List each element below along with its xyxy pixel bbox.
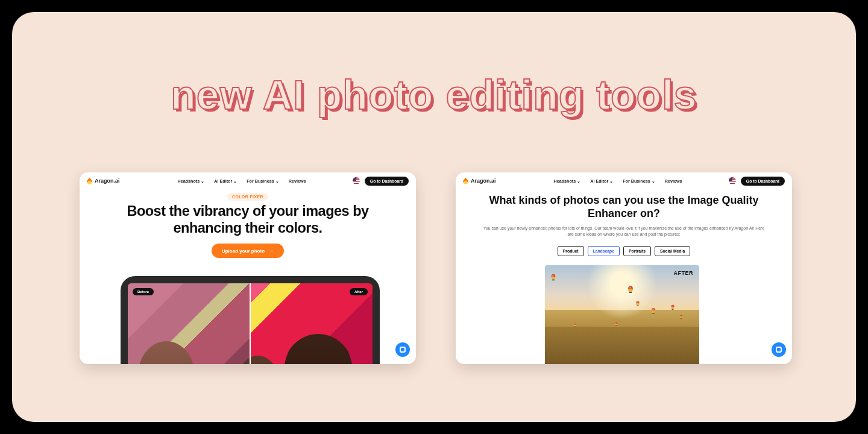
before-label: Before <box>133 288 154 295</box>
before-after-photo[interactable]: Before After ‹› <box>128 283 373 364</box>
nav-ai-editor[interactable]: AI Editor ⌄ <box>590 178 613 184</box>
chip-landscape[interactable]: Landscape <box>588 246 620 256</box>
site-nav: Aragon.ai Headshots ⌄ AI Editor ⌄ For Bu… <box>456 172 792 189</box>
locale-flag-icon[interactable] <box>729 177 736 184</box>
person-silhouette <box>137 341 195 364</box>
chat-support-button[interactable] <box>772 342 786 357</box>
section-title: What kinds of photos can you use the Ima… <box>456 189 792 221</box>
nav-ai-editor[interactable]: AI Editor ⌄ <box>214 178 237 184</box>
chevron-down-icon: ⌄ <box>201 178 204 184</box>
flame-icon <box>87 178 92 184</box>
balloon-icon <box>652 308 655 313</box>
chip-social-media[interactable]: Social Media <box>655 246 690 256</box>
nav-reviews[interactable]: Reviews <box>665 178 682 184</box>
chat-icon <box>776 347 782 353</box>
card-image-enhancer: Aragon.ai Headshots ⌄ AI Editor ⌄ For Bu… <box>456 172 792 364</box>
person-silhouette <box>282 334 354 364</box>
balloon-icon <box>615 322 617 326</box>
chip-portraits[interactable]: Portraits <box>623 246 651 256</box>
nav-headshots[interactable]: Headshots ⌄ <box>554 178 581 184</box>
flame-icon <box>463 178 468 184</box>
category-chips: Product Landscape Portraits Social Media <box>456 246 792 256</box>
chip-product[interactable]: Product <box>558 246 584 256</box>
example-landscape-photo: AFTER <box>545 265 699 364</box>
section-subtitle: You can use your newly enhanced photos f… <box>456 221 792 237</box>
balloon-icon <box>574 324 576 327</box>
page-headline: new AI photo editing tools <box>12 71 856 118</box>
brand-name: Aragon.ai <box>95 178 120 184</box>
brand-logo[interactable]: Aragon.ai <box>463 178 496 184</box>
dashboard-button[interactable]: Go to Dashboard <box>365 177 409 186</box>
dashboard-button[interactable]: Go to Dashboard <box>741 177 785 186</box>
balloon-icon <box>680 315 683 318</box>
chevron-down-icon: ⌄ <box>609 178 613 184</box>
balloon-icon <box>671 305 675 309</box>
nav-for-business[interactable]: For Business ⌄ <box>247 178 279 184</box>
site-nav: Aragon.ai Headshots ⌄ AI Editor ⌄ For Bu… <box>80 172 416 189</box>
chevron-down-icon: ⌄ <box>652 178 655 184</box>
locale-flag-icon[interactable] <box>353 177 360 184</box>
balloon-icon <box>636 301 640 306</box>
chat-support-button[interactable] <box>395 342 410 357</box>
chat-icon <box>400 347 406 353</box>
balloon-icon <box>628 286 633 292</box>
brand-name: Aragon.ai <box>471 178 496 184</box>
arrow-right-icon: → <box>268 248 274 254</box>
hero-title: Boost the vibrancy of your images by enh… <box>80 203 416 236</box>
after-label: After <box>350 288 368 295</box>
brand-logo[interactable]: Aragon.ai <box>87 178 120 184</box>
feature-tag: COLOR FIXER <box>227 193 268 201</box>
nav-headshots[interactable]: Headshots ⌄ <box>178 178 205 184</box>
nav-for-business[interactable]: For Business ⌄ <box>623 178 655 184</box>
comparison-slider[interactable] <box>250 283 251 364</box>
person-silhouette <box>236 356 280 364</box>
after-label: AFTER <box>674 270 694 276</box>
card-color-fixer: Aragon.ai Headshots ⌄ AI Editor ⌄ For Bu… <box>80 172 416 364</box>
tablet-frame: Before After ‹› <box>121 276 380 364</box>
upload-photo-button[interactable]: Upload your photo → <box>212 244 284 258</box>
chevron-down-icon: ⌄ <box>233 178 237 184</box>
chevron-down-icon: ⌄ <box>275 178 279 184</box>
nav-reviews[interactable]: Reviews <box>289 178 306 184</box>
chevron-down-icon: ⌄ <box>577 178 580 184</box>
balloon-icon <box>551 274 555 280</box>
